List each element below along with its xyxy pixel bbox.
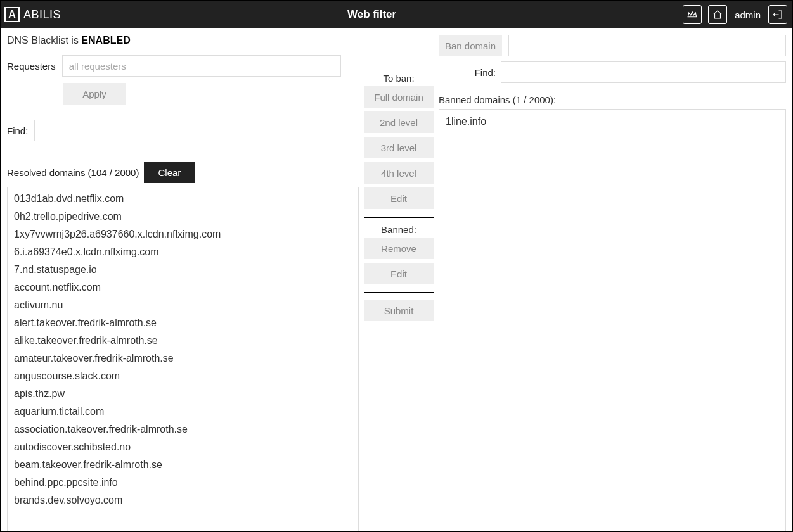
status-prefix: DNS Blacklist is (7, 35, 81, 46)
requesters-input[interactable] (62, 55, 341, 77)
list-item[interactable]: amateur.takeover.fredrik-almroth.se (8, 350, 358, 367)
list-item[interactable]: 1xy7vvwrnj3p26.a6937660.x.lcdn.nflximg.c… (8, 225, 358, 243)
resolved-domains-label: Resolved domains (104 / 2000) (7, 167, 139, 178)
list-item[interactable]: 1line.info (439, 113, 785, 130)
list-item[interactable]: aquarium.tictail.com (8, 403, 358, 421)
second-level-button[interactable]: 2nd level (364, 111, 434, 133)
list-item[interactable]: apis.thz.pw (8, 385, 358, 403)
list-item[interactable]: 0h2.trello.pipedrive.com (8, 208, 358, 225)
username-label: admin (733, 10, 762, 20)
page-title: Web filter (61, 8, 683, 21)
list-item[interactable]: association.takeover.fredrik-almroth.se (8, 421, 358, 438)
home-icon[interactable] (708, 5, 727, 24)
logo-icon: A (4, 7, 20, 22)
third-level-button[interactable]: 3rd level (364, 137, 434, 158)
list-item[interactable]: alike.takeover.fredrik-almroth.se (8, 332, 358, 350)
find-label-left: Find: (7, 125, 28, 136)
resolved-domains-list[interactable]: 013d1ab.dvd.netflix.com0h2.trello.pipedr… (7, 187, 359, 531)
find-label-right: Find: (470, 67, 496, 78)
status-line: DNS Blacklist is ENABLED (7, 35, 359, 46)
edit-toban-button[interactable]: Edit (364, 187, 434, 209)
list-item[interactable]: anguscourse.slack.com (8, 367, 358, 385)
requesters-label: Requesters (7, 61, 56, 72)
find-input-left[interactable] (34, 120, 300, 141)
to-ban-label: To ban: (364, 73, 434, 84)
crown-icon[interactable] (683, 5, 702, 24)
banned-domains-label: Banned domains (1 / 2000): (439, 94, 786, 105)
find-input-right[interactable] (501, 61, 786, 83)
list-item[interactable]: activum.nu (8, 296, 358, 314)
clear-button[interactable]: Clear (144, 162, 195, 183)
list-item[interactable]: autodiscover.schibsted.no (8, 438, 358, 456)
list-item[interactable]: brands.dev.solvoyo.com (8, 491, 358, 509)
submit-button[interactable]: Submit (364, 300, 434, 321)
apply-button[interactable]: Apply (63, 83, 126, 104)
list-item[interactable]: beam.takeover.fredrik-almroth.se (8, 456, 358, 474)
list-item[interactable]: 7.nd.statuspage.io (8, 261, 358, 279)
logout-icon[interactable] (768, 5, 787, 24)
list-item[interactable]: behind.ppc.ppcsite.info (8, 474, 358, 491)
list-item[interactable]: alert.takeover.fredrik-almroth.se (8, 314, 358, 332)
list-item[interactable]: 6.i.a69374e0.x.lcdn.nflximg.com (8, 243, 358, 261)
fourth-level-button[interactable]: 4th level (364, 162, 434, 184)
ban-domain-button[interactable]: Ban domain (439, 35, 502, 56)
list-item[interactable]: 013d1ab.dvd.netflix.com (8, 190, 358, 208)
full-domain-button[interactable]: Full domain (364, 86, 434, 108)
ban-domain-input[interactable] (508, 35, 786, 56)
brand-name: ABILIS (23, 8, 61, 22)
status-value: ENABLED (81, 35, 130, 46)
list-item[interactable]: account.netflix.com (8, 279, 358, 296)
remove-button[interactable]: Remove (364, 238, 434, 259)
edit-banned-button[interactable]: Edit (364, 263, 434, 284)
topbar: A ABILIS Web filter admin (1, 1, 792, 28)
banned-domains-list[interactable]: 1line.info (439, 109, 786, 531)
banned-label: Banned: (364, 224, 434, 235)
